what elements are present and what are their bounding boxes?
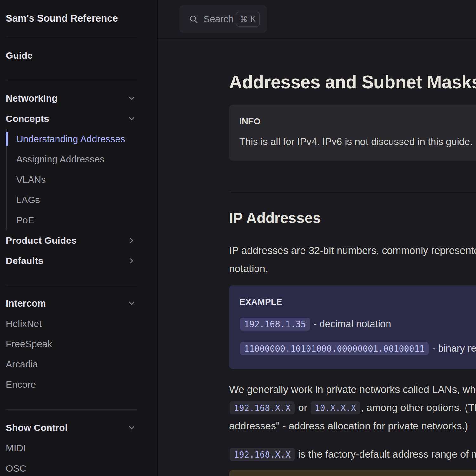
paragraph: We generally work in private networks ca… bbox=[229, 380, 476, 435]
section-divider bbox=[229, 191, 476, 191]
sidebar-item-label: OSC bbox=[6, 463, 26, 474]
sidebar-divider bbox=[6, 409, 137, 410]
sidebar-item-label: FreeSpeak bbox=[6, 339, 52, 349]
sidebar-item-defaults[interactable]: Defaults bbox=[6, 251, 137, 271]
info-box: INFO This is all for IPv4. IPv6 is not d… bbox=[229, 105, 476, 161]
navbar: Search ⌘ K bbox=[158, 0, 476, 39]
section-heading: IP Addresses bbox=[229, 209, 476, 227]
app-root: Sam's Sound Reference Guide Networking C… bbox=[0, 0, 476, 476]
info-box-body: This is all for IPv4. IPv6 is not discus… bbox=[239, 136, 476, 148]
search-shortcut-badge: ⌘ K bbox=[236, 12, 260, 27]
sidebar-item-poe[interactable]: PoE bbox=[16, 210, 137, 230]
chevron-down-icon bbox=[128, 115, 136, 123]
sidebar-item-vlans[interactable]: VLANs bbox=[16, 169, 137, 190]
search-label: Search bbox=[203, 14, 234, 24]
example-box-label: EXAMPLE bbox=[239, 297, 476, 307]
sidebar-item-lags[interactable]: LAGs bbox=[16, 190, 137, 210]
active-item-indicator bbox=[6, 132, 8, 146]
document: Addresses and Subnet Masks INFO This is … bbox=[158, 39, 476, 476]
sidebar-item-arcadia[interactable]: Arcadia bbox=[6, 354, 137, 374]
sidebar-item-label: Arcadia bbox=[6, 359, 38, 370]
paragraph-line: notation. bbox=[229, 260, 476, 278]
sidebar-item-understanding-addresses[interactable]: Understanding Addresses bbox=[16, 129, 137, 149]
sidebar-item-networking[interactable]: Networking bbox=[6, 88, 137, 109]
sidebar-item-label: PoE bbox=[16, 215, 34, 226]
sidebar-item-show-control[interactable]: Show Control bbox=[6, 418, 137, 438]
sidebar-item-label: Encore bbox=[6, 379, 36, 390]
sidebar-item-label: Product Guides bbox=[6, 235, 76, 246]
sidebar-item-label: VLANs bbox=[16, 174, 46, 185]
sidebar-subgroup-concepts: Understanding Addresses Assigning Addres… bbox=[6, 129, 137, 230]
main-column: Search ⌘ K Addresses and Subnet Masks IN… bbox=[158, 0, 476, 476]
chevron-down-icon bbox=[128, 424, 136, 432]
sidebar-item-osc[interactable]: OSC bbox=[6, 458, 137, 476]
sidebar-item-label: HelixNet bbox=[6, 318, 42, 329]
sidebar-item-label: Assigning Addresses bbox=[16, 154, 105, 165]
sidebar-item-label: MIDI bbox=[6, 443, 26, 453]
paragraph: IP addresses are 32-bit numbers, commonl… bbox=[229, 241, 476, 278]
example-line: 192.168.1.35 - decimal notation bbox=[239, 316, 476, 332]
inline-code: 192.168.X.X bbox=[230, 448, 295, 461]
sidebar-item-label: Show Control bbox=[6, 422, 68, 433]
sidebar-item-assigning-addresses[interactable]: Assigning Addresses bbox=[16, 149, 137, 169]
chevron-right-icon bbox=[128, 257, 136, 265]
site-title[interactable]: Sam's Sound Reference bbox=[6, 13, 137, 24]
paragraph-line: 192.168.X.X is the factory-default addre… bbox=[229, 445, 476, 464]
sidebar-item-label: Intercom bbox=[6, 298, 46, 309]
chevron-down-icon bbox=[128, 94, 136, 102]
chevron-right-icon bbox=[128, 236, 136, 245]
paragraph: 192.168.X.X is the factory-default addre… bbox=[229, 445, 476, 464]
search-button[interactable]: Search ⌘ K bbox=[179, 5, 267, 33]
sidebar-item-guide[interactable]: Guide bbox=[6, 45, 137, 66]
page-title: Addresses and Subnet Masks bbox=[229, 71, 476, 92]
sidebar-item-label: Concepts bbox=[6, 113, 49, 124]
sidebar-item-product-guides[interactable]: Product Guides bbox=[6, 230, 137, 251]
sidebar-divider bbox=[6, 81, 137, 81]
paragraph-line: addresses" - address allocation for priv… bbox=[229, 417, 476, 435]
inline-code: 192.168.X.X bbox=[230, 401, 295, 414]
chevron-down-icon bbox=[128, 299, 136, 307]
info-box-label: INFO bbox=[239, 116, 476, 127]
sidebar-divider bbox=[6, 286, 137, 286]
sidebar: Sam's Sound Reference Guide Networking C… bbox=[0, 0, 158, 476]
sidebar-item-concepts[interactable]: Concepts bbox=[6, 109, 137, 129]
paragraph-line: IP addresses are 32-bit numbers, commonl… bbox=[229, 241, 476, 260]
sidebar-item-midi[interactable]: MIDI bbox=[6, 438, 137, 458]
inline-code: 11000000.10101000.00000001.00100011 bbox=[240, 342, 429, 355]
sidebar-divider bbox=[6, 37, 137, 37]
example-line: 11000000.10101000.00000001.00100011 - bi… bbox=[239, 341, 476, 356]
sidebar-item-encore[interactable]: Encore bbox=[6, 374, 137, 395]
sidebar-item-label: Defaults bbox=[6, 255, 43, 266]
sidebar-item-freespeak[interactable]: FreeSpeak bbox=[6, 334, 137, 354]
sidebar-item-intercom[interactable]: Intercom bbox=[6, 293, 137, 314]
search-icon bbox=[189, 14, 198, 24]
example-box: EXAMPLE 192.168.1.35 - decimal notation … bbox=[229, 285, 476, 369]
inline-code: 10.X.X.X bbox=[311, 401, 360, 414]
paragraph-line: We generally work in private networks ca… bbox=[229, 380, 476, 399]
warning-box bbox=[229, 470, 476, 476]
sidebar-item-label: Guide bbox=[6, 50, 33, 61]
inline-code: 192.168.1.35 bbox=[240, 318, 310, 331]
sidebar-item-label: LAGs bbox=[16, 195, 40, 205]
sidebar-item-helixnet[interactable]: HelixNet bbox=[6, 314, 137, 334]
sidebar-item-label: Networking bbox=[6, 93, 57, 104]
sidebar-item-label: Understanding Addresses bbox=[16, 134, 125, 144]
paragraph-line: 192.168.X.X or 10.X.X.X, among other opt… bbox=[229, 399, 476, 417]
